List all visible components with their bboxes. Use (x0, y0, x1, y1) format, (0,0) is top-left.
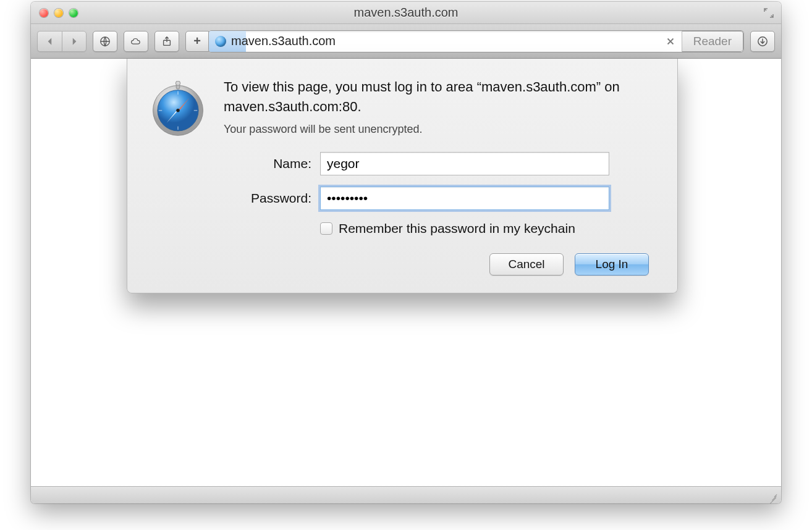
zoom-window-button[interactable] (69, 9, 78, 17)
minimize-window-button[interactable] (54, 9, 63, 17)
downloads-button[interactable] (750, 31, 775, 52)
remember-checkbox[interactable] (320, 222, 332, 235)
window-title: maven.s3auth.com (31, 6, 781, 20)
toolbar: + maven.s3auth.com Reader (31, 24, 781, 59)
svg-point-13 (176, 81, 180, 85)
icloud-tabs-button[interactable] (124, 31, 148, 52)
login-button[interactable]: Log In (575, 253, 649, 276)
safari-icon (150, 81, 206, 138)
back-button[interactable] (37, 31, 62, 52)
forward-button[interactable] (62, 31, 87, 52)
new-tab-button[interactable]: + (185, 31, 209, 52)
window-controls (31, 9, 78, 17)
close-window-button[interactable] (40, 9, 48, 17)
fullscreen-icon[interactable] (763, 7, 775, 19)
site-favicon-icon (215, 36, 226, 47)
name-label: Name: (224, 156, 320, 171)
password-input[interactable] (320, 187, 609, 210)
statusbar (31, 486, 781, 503)
remember-label: Remember this password in my keychain (339, 221, 575, 236)
dialog-warning: Your password will be sent unencrypted. (224, 123, 655, 136)
address-url: maven.s3auth.com (231, 34, 336, 48)
browser-window: maven.s3auth.com (31, 2, 781, 503)
titlebar: maven.s3auth.com (31, 2, 781, 24)
top-sites-button[interactable] (93, 31, 117, 52)
svg-point-11 (176, 109, 180, 112)
cancel-button[interactable]: Cancel (489, 253, 564, 276)
name-input[interactable] (320, 152, 609, 175)
stop-reload-button[interactable] (659, 36, 682, 47)
share-button[interactable] (154, 31, 179, 52)
auth-dialog: To view this page, you must log in to ar… (127, 59, 678, 293)
address-bar[interactable]: maven.s3auth.com Reader (208, 30, 744, 53)
password-label: Password: (224, 191, 320, 206)
dialog-message: To view this page, you must log in to ar… (224, 77, 655, 117)
reader-button[interactable]: Reader (682, 31, 743, 52)
resize-grip[interactable] (768, 491, 777, 501)
page-content: To view this page, you must log in to ar… (31, 59, 781, 486)
